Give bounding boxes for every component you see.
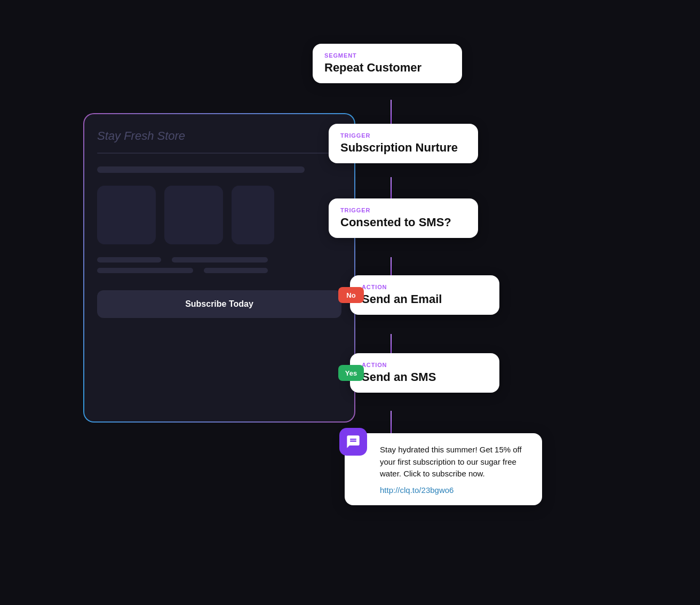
subscribe-button[interactable]: Subscribe Today xyxy=(97,290,341,318)
chat-icon xyxy=(346,434,361,449)
text-line-2 xyxy=(172,257,268,262)
trigger2-title: Consented to SMS? xyxy=(340,216,466,229)
action-yes-label: Action xyxy=(362,362,488,368)
store-search-bar xyxy=(97,166,305,173)
sms-icon xyxy=(339,428,367,456)
sms-text: Stay hydrated this summer! Get 15% off y… xyxy=(380,444,530,480)
trigger2-card: TRIGGER Consented to SMS? xyxy=(329,198,478,238)
product-card-2 xyxy=(164,186,223,244)
store-text-lines xyxy=(97,257,341,273)
trigger1-label: TRIGGER xyxy=(340,132,466,139)
text-line-4 xyxy=(204,268,268,273)
action-no-card: No Action Send an Email xyxy=(350,275,499,315)
action-no-label: Action xyxy=(362,284,488,290)
no-badge: No xyxy=(338,287,364,303)
yes-badge: Yes xyxy=(338,365,364,381)
action-yes-title: Send an SMS xyxy=(362,370,488,384)
trigger1-card: TRIGGER Subscription Nurture xyxy=(329,124,478,163)
trigger2-label: TRIGGER xyxy=(340,207,466,213)
store-title: Stay Fresh Store xyxy=(97,129,341,143)
text-line-1 xyxy=(97,257,161,262)
segment-title: Repeat Customer xyxy=(324,61,450,75)
sms-preview-card: Stay hydrated this summer! Get 15% off y… xyxy=(345,433,542,505)
trigger1-title: Subscription Nurture xyxy=(340,141,466,155)
action-yes-card: Yes Action Send an SMS xyxy=(350,353,499,393)
store-product-grid xyxy=(97,186,341,244)
segment-label: SEGMENT xyxy=(324,52,450,59)
product-card-3 xyxy=(232,186,274,244)
store-divider xyxy=(97,153,341,154)
sms-link[interactable]: http://clq.to/23bgwo6 xyxy=(380,485,530,495)
product-card-1 xyxy=(97,186,156,244)
action-no-title: Send an Email xyxy=(362,292,488,306)
text-line-3 xyxy=(97,268,193,273)
segment-card: SEGMENT Repeat Customer xyxy=(313,44,462,83)
